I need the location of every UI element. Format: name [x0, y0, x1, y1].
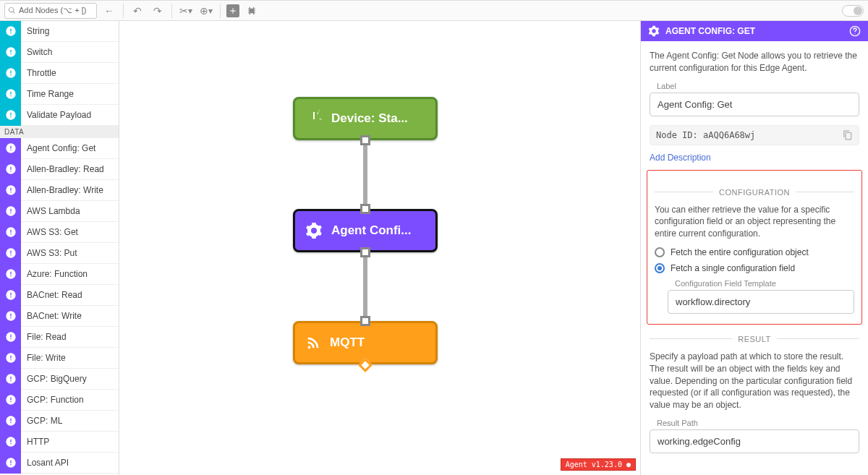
palette-item-aws-s3-put[interactable]: AWS S3: Put: [0, 243, 119, 264]
palette-item-switch[interactable]: Switch: [0, 42, 119, 63]
palette-item-gcp-bigquery[interactable]: GCP: BigQuery: [0, 369, 119, 390]
output-port[interactable]: [360, 135, 370, 145]
string-icon: [0, 21, 21, 42]
palette-item-gcp-function[interactable]: GCP: Function: [0, 390, 119, 411]
redo-button[interactable]: ↷: [150, 3, 166, 19]
result-path-input[interactable]: [650, 429, 859, 453]
palette-item-file-write[interactable]: File: Write: [0, 348, 119, 369]
debug-button[interactable]: [244, 3, 260, 19]
power-icon: [305, 110, 323, 127]
palette-item-file-read[interactable]: File: Read: [0, 327, 119, 348]
bacnet-icon: [0, 285, 21, 306]
palette-item-gcp-ml[interactable]: GCP: ML: [0, 411, 119, 432]
palette-item-validate-payload[interactable]: Validate Payload: [0, 105, 119, 126]
debug-toggle[interactable]: [842, 5, 864, 17]
help-icon[interactable]: [849, 25, 861, 37]
node-device-state[interactable]: Device: Sta...: [293, 97, 438, 140]
node-agent-config[interactable]: Agent Confi...: [293, 209, 438, 252]
palette-item-label: AWS S3: Get: [21, 227, 78, 237]
undo-button[interactable]: ↶: [129, 3, 145, 19]
config-description: You can either retrieve the value for a …: [655, 204, 854, 240]
node-id-label: Node ID:: [656, 130, 698, 140]
palette-item-label: GCP: Function: [21, 395, 84, 405]
output-port[interactable]: [358, 358, 373, 372]
clock-icon: [0, 84, 21, 105]
output-port[interactable]: [360, 247, 370, 257]
ab-icon: [0, 180, 21, 201]
gcp-icon: [0, 369, 21, 390]
palette-item-label: GCP: BigQuery: [21, 374, 87, 384]
palette-item-allen-bradley-write[interactable]: Allen-Bradley: Write: [0, 180, 119, 201]
palette-item-label: Agent Config: Get: [21, 143, 95, 153]
palette-item-label: Allen-Bradley: Read: [21, 164, 104, 174]
add-description-link[interactable]: Add Description: [650, 153, 711, 163]
palette-item-aws-lambda[interactable]: AWS Lambda: [0, 201, 119, 222]
s3-icon: [0, 243, 21, 264]
palette-item-losant-api[interactable]: Losant API: [0, 453, 119, 474]
workflow-canvas[interactable]: Device: Sta... Agent Confi... MQTT Agent…: [119, 21, 640, 475]
radio-label: Fetch the entire configuration object: [671, 247, 809, 257]
palette-item-label: Validate Payload: [21, 110, 91, 120]
toolbar: Add Nodes (⌥ + [) ← ↶ ↷ ✂▾ ⊕▾ ＋: [0, 1, 868, 21]
radio-fetch-single[interactable]: Fetch a single configuration field: [655, 263, 854, 273]
svg-point-1: [854, 33, 855, 34]
panel-description: The Agent Config: Get Node allows you to…: [650, 50, 859, 74]
palette-item-label: Time Range: [21, 89, 74, 99]
panel-header: AGENT CONFIG: GET: [641, 21, 868, 41]
agent-version-badge: Agent v1.23.0 ●: [561, 458, 636, 471]
palette-item-label: File: Write: [21, 353, 66, 363]
palette-item-azure-function[interactable]: Azure: Function: [0, 264, 119, 285]
palette-item-label: AWS Lambda: [21, 206, 80, 216]
node-mqtt[interactable]: MQTT: [293, 321, 438, 364]
palette-item-bacnet-read[interactable]: BACnet: Read: [0, 285, 119, 306]
palette-item-label: HTTP: [21, 437, 49, 447]
cut-button[interactable]: ✂▾: [178, 3, 194, 19]
palette-item-label: BACnet: Read: [21, 290, 82, 300]
palette-item-throttle[interactable]: Throttle: [0, 63, 119, 84]
palette-item-label: String: [21, 26, 49, 36]
radio-fetch-all[interactable]: Fetch the entire configuration object: [655, 247, 854, 257]
section-header-configuration: CONFIGURATION: [655, 188, 854, 197]
radio-icon: [655, 263, 665, 273]
node-title: Agent Confi...: [331, 223, 411, 238]
file-icon: [0, 327, 21, 348]
palette-item-allen-bradley-read[interactable]: Allen-Bradley: Read: [0, 159, 119, 180]
palette-item-label: Losant API: [21, 458, 69, 468]
label-field-label: Label: [657, 82, 859, 90]
palette-item-bacnet-write[interactable]: BACnet: Write: [0, 306, 119, 327]
gcp-icon: [0, 411, 21, 432]
node-title: Device: Sta...: [331, 111, 408, 126]
palette-item-time-range[interactable]: Time Range: [0, 84, 119, 105]
zoom-button[interactable]: ⊕▾: [198, 3, 214, 19]
throttle-icon: [0, 63, 21, 84]
result-path-label: Result Path: [657, 419, 859, 427]
palette-item-label: AWS S3: Put: [21, 248, 77, 258]
configuration-section: CONFIGURATION You can either retrieve th…: [647, 170, 862, 325]
config-template-label: Configuration Field Template: [675, 279, 854, 288]
category-header-data: DATA: [0, 126, 119, 138]
api-icon: [0, 453, 21, 474]
node-id-value: aAQQ6A68wj: [703, 130, 755, 140]
separator: [220, 4, 221, 18]
palette-item-agent-config-get[interactable]: Agent Config: Get: [0, 138, 119, 159]
search-icon: [8, 7, 16, 14]
search-input[interactable]: Add Nodes (⌥ + [): [4, 3, 97, 19]
config-template-input[interactable]: [668, 290, 854, 314]
switch-icon: [0, 42, 21, 63]
input-port[interactable]: [360, 316, 370, 326]
radio-label: Fetch a single configuration field: [671, 263, 795, 273]
palette-item-http[interactable]: HTTP: [0, 432, 119, 453]
back-button[interactable]: ←: [101, 3, 117, 19]
palette-item-aws-s3-get[interactable]: AWS S3: Get: [0, 222, 119, 243]
gcp-icon: [0, 390, 21, 411]
separator: [123, 4, 124, 18]
copy-icon[interactable]: [843, 130, 853, 140]
validate-icon: [0, 105, 21, 126]
label-input[interactable]: [650, 93, 859, 116]
palette-item-string[interactable]: String: [0, 21, 119, 42]
s3-icon: [0, 222, 21, 243]
add-button[interactable]: ＋: [226, 4, 239, 17]
palette-item-label: Azure: Function: [21, 269, 88, 279]
search-placeholder: Add Nodes (⌥ + [): [19, 6, 86, 15]
input-port[interactable]: [360, 204, 370, 214]
